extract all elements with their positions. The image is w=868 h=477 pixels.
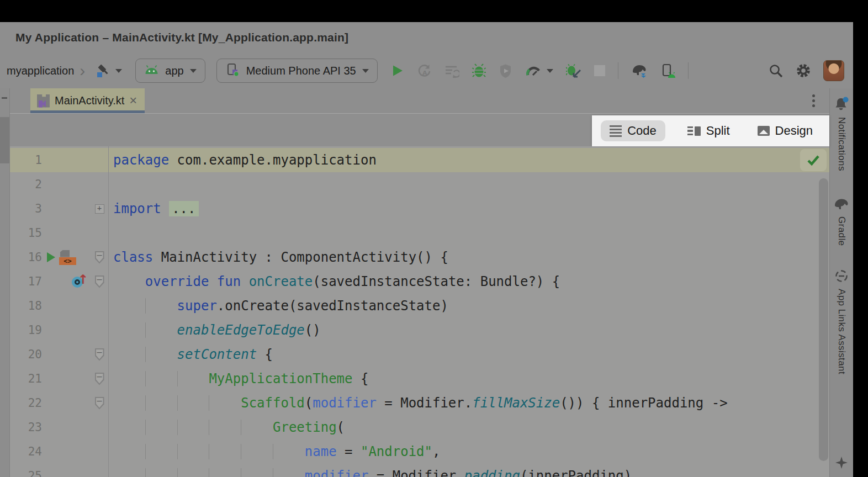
user-avatar[interactable]	[823, 60, 844, 81]
gradle-elephant-icon	[833, 198, 850, 213]
line-number: 2	[10, 178, 42, 191]
line-number: 1	[10, 153, 42, 167]
sidebar-item-label: Gradle	[836, 216, 847, 246]
content-area: MainActivity.kt × Code	[0, 88, 853, 477]
fold-column: –	[91, 348, 108, 361]
fold-collapse-handle[interactable]: –	[95, 275, 104, 288]
fold-column: –	[91, 397, 108, 410]
breadcrumb-module[interactable]: myapplication	[7, 65, 74, 77]
fold-column: –	[91, 275, 108, 288]
code-line[interactable]: modifier = Modifier.padding(innerPadding…	[108, 468, 829, 477]
device-manager-icon[interactable]	[660, 63, 675, 78]
override-method-gutter-icon[interactable]: ↑	[71, 274, 89, 289]
run-button[interactable]	[390, 63, 404, 78]
split-view-label: Split	[706, 124, 730, 138]
line-number: 23	[10, 421, 42, 434]
build-dropdown-caret-icon[interactable]	[115, 69, 122, 73]
apply-changes-restart-icon: A	[417, 63, 432, 78]
code-row: 25 modifier = Modifier.padding(innerPadd…	[10, 464, 829, 477]
code-line[interactable]: package com.example.myapplication	[108, 152, 829, 168]
toolbar-separator	[618, 62, 618, 79]
right-tool-window-stripe: Notifications Gradle	[829, 88, 853, 477]
android-module-icon	[144, 65, 159, 77]
android-studio-window: My Application – MainActivity.kt [My_App…	[0, 22, 853, 477]
code-line[interactable]: class MainActivity : ComponentActivity()…	[108, 250, 829, 265]
device-phone-icon	[225, 62, 240, 80]
code-row: 17↑– override fun onCreate(savedInstance…	[10, 269, 829, 294]
code-line[interactable]: override fun onCreate(savedInstanceState…	[108, 274, 829, 289]
window-title: My Application – MainActivity.kt [My_App…	[15, 31, 348, 44]
code-line[interactable]: enableEdgeToEdge()	[108, 322, 829, 338]
settings-gear-icon[interactable]	[796, 63, 811, 78]
tab-close-icon[interactable]: ×	[129, 94, 137, 107]
code-line[interactable]: import ...	[108, 201, 829, 216]
fold-collapse-handle[interactable]: –	[95, 397, 104, 410]
gutter-icons: <>	[42, 250, 91, 265]
fold-column: –	[91, 373, 108, 385]
gutter-border	[108, 146, 109, 477]
line-number: 3	[10, 202, 42, 215]
fold-expand-icon[interactable]: +	[95, 204, 104, 214]
search-everywhere-icon[interactable]	[769, 63, 784, 78]
tab-options-kebab-icon[interactable]	[812, 94, 815, 107]
build-hammer-icon[interactable]	[95, 63, 110, 78]
run-configuration-selector[interactable]: app	[135, 59, 205, 83]
sidebar-item-gemini[interactable]	[835, 456, 848, 471]
stripe-block-mark	[0, 117, 9, 163]
line-number: 25	[10, 469, 42, 477]
code-line[interactable]: name = "Android",	[108, 444, 829, 459]
line-number: 19	[10, 324, 42, 337]
code-line[interactable]: MyApplicationTheme {	[108, 371, 829, 386]
attach-debugger-icon[interactable]	[566, 63, 581, 78]
sidebar-item-app-links-assistant[interactable]: App Links Assistant	[834, 269, 849, 374]
gutter-icons: ↑	[42, 274, 91, 289]
run-configuration-label: app	[165, 65, 183, 77]
screenshot-stage: My Application – MainActivity.kt [My_App…	[0, 0, 868, 477]
gradle-sync-icon[interactable]	[631, 63, 648, 78]
sidebar-item-label: App Links Assistant	[836, 289, 847, 374]
code-lines: 1package com.example.myapplication23+imp…	[10, 146, 829, 477]
code-row: 23 Greeting(	[10, 415, 829, 439]
tab-mainactivity[interactable]: MainActivity.kt ×	[30, 88, 145, 113]
view-button-split[interactable]: Split	[682, 120, 735, 141]
fold-column: –	[91, 251, 108, 264]
apply-code-changes-icon	[444, 63, 459, 78]
left-tool-window-stripe[interactable]	[0, 88, 10, 477]
fold-collapse-handle[interactable]: –	[95, 373, 104, 385]
inspections-ok-widget[interactable]	[800, 149, 827, 171]
code-row: 2	[10, 172, 829, 197]
editor-scrollbar-thumb[interactable]	[819, 178, 828, 461]
profiler-caret-icon[interactable]	[547, 69, 553, 73]
code-line[interactable]: super.onCreate(savedInstanceState)	[108, 298, 829, 314]
kotlin-file-icon	[37, 94, 50, 108]
run-class-gutter-icon[interactable]	[47, 252, 55, 262]
device-selector[interactable]: Medium Phone API 35	[216, 59, 378, 83]
device-selector-caret-icon	[362, 69, 369, 73]
editor-tab-bar: MainActivity.kt ×	[10, 88, 829, 113]
code-editor[interactable]: 1package com.example.myapplication23+imp…	[10, 146, 829, 477]
code-line[interactable]: Greeting(	[108, 420, 829, 435]
compose-preview-gutter-icon[interactable]: <>	[59, 250, 76, 265]
code-row: 1package com.example.myapplication	[10, 148, 829, 172]
line-number: 16	[10, 251, 42, 264]
device-selector-label: Medium Phone API 35	[246, 65, 356, 77]
sparkle-icon	[835, 456, 848, 471]
main-toolbar: › myapplication ›	[0, 53, 853, 88]
fold-collapse-handle[interactable]: –	[95, 251, 104, 264]
view-button-design[interactable]: Design	[752, 120, 818, 141]
stop-button-icon	[594, 65, 605, 76]
fold-collapse-handle[interactable]: –	[95, 348, 104, 361]
code-row: 18 super.onCreate(savedInstanceState)	[10, 294, 829, 318]
debug-button[interactable]	[472, 63, 486, 78]
sidebar-item-notifications[interactable]: Notifications	[834, 96, 849, 171]
code-line[interactable]: Scaffold(modifier = Modifier.fillMaxSize…	[108, 395, 829, 411]
code-row: 21– MyApplicationTheme {	[10, 367, 829, 391]
line-number: 21	[10, 372, 42, 385]
sidebar-item-gradle[interactable]: Gradle	[833, 198, 850, 246]
line-number: 20	[10, 348, 42, 361]
profiler-gauge-icon[interactable]	[525, 64, 541, 78]
sidebar-item-label: Notifications	[836, 117, 847, 171]
code-row: 15	[10, 221, 829, 245]
code-line[interactable]: setContent {	[108, 347, 829, 362]
view-button-code[interactable]: Code	[601, 120, 665, 141]
